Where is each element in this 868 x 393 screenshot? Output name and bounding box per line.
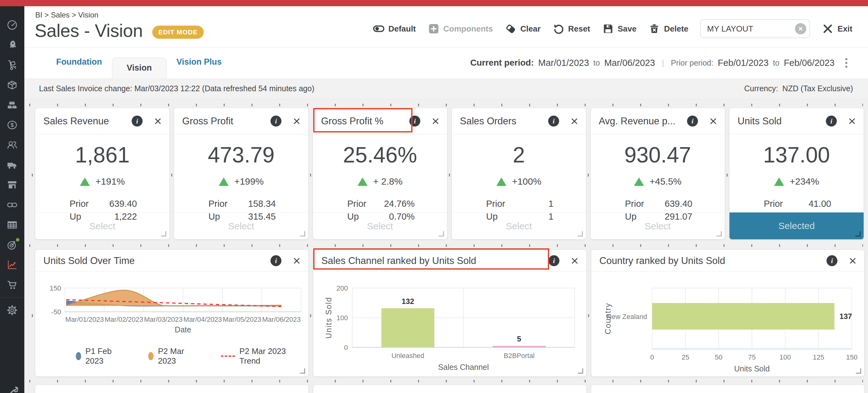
- sidebar-item-dashboard[interactable]: [0, 15, 24, 35]
- kpi-delta: +234%: [790, 176, 819, 187]
- svg-text:100: 100: [779, 353, 791, 361]
- svg-text:Country: Country: [603, 303, 612, 335]
- select-button[interactable]: Select: [174, 213, 308, 239]
- default-toggle-button[interactable]: Default: [373, 23, 416, 35]
- close-icon[interactable]: [293, 257, 301, 265]
- sidebar-item-ecommerce[interactable]: [0, 275, 24, 295]
- sidebar-item-production[interactable]: [0, 95, 24, 115]
- sidebar-item-integrations[interactable]: [0, 195, 24, 215]
- sidebar-item-sales[interactable]: $: [0, 115, 24, 135]
- kpi-delta: +199%: [234, 176, 264, 187]
- close-icon[interactable]: [709, 117, 717, 125]
- sidebar-item-purchases[interactable]: [0, 55, 24, 75]
- svg-text:Unleashed: Unleashed: [392, 352, 424, 360]
- sidebar-item-getting-started[interactable]: [0, 35, 24, 55]
- sidebar-item-shipping[interactable]: [0, 155, 24, 175]
- close-icon[interactable]: [154, 117, 162, 125]
- tab-vision[interactable]: Vision: [112, 57, 166, 78]
- svg-text:Mar/05/2023: Mar/05/2023: [223, 315, 261, 323]
- delete-button[interactable]: Delete: [648, 23, 688, 35]
- save-floppy-icon: [602, 23, 614, 35]
- resize-handle[interactable]: [855, 231, 861, 236]
- chart-title: Sales Channel ranked by Units Sold: [321, 255, 549, 266]
- components-button[interactable]: Components: [428, 23, 493, 35]
- sidebar-item-reports[interactable]: [0, 215, 24, 235]
- svg-text:$: $: [10, 122, 14, 128]
- sidebar-item-store[interactable]: [0, 175, 24, 195]
- breadcrumb[interactable]: BI > Sales > Vision: [35, 10, 98, 19]
- resize-handle[interactable]: [439, 231, 444, 236]
- exit-button[interactable]: Exit: [822, 23, 852, 35]
- resize-handle[interactable]: [856, 368, 861, 374]
- resize-handle[interactable]: [716, 231, 722, 236]
- kpi-delta: + 2.8%: [373, 176, 402, 187]
- save-button[interactable]: Save: [602, 23, 637, 35]
- close-icon[interactable]: [849, 257, 857, 265]
- clear-button[interactable]: Clear: [505, 23, 541, 35]
- info-icon[interactable]: i: [549, 255, 559, 266]
- sidebar-item-bi-vision[interactable]: [0, 255, 24, 275]
- sidebar-item-settings[interactable]: [0, 300, 24, 320]
- prior-row: Prior639.40: [591, 197, 725, 210]
- info-icon[interactable]: i: [271, 255, 281, 266]
- info-icon[interactable]: i: [548, 116, 559, 127]
- legend-item-trend[interactable]: P2 Mar 2023 Trend: [221, 346, 308, 366]
- info-band: Last Sales Invoice change: Mar/03/2023 1…: [24, 78, 868, 99]
- svg-text:50: 50: [715, 353, 722, 361]
- select-button[interactable]: Select: [591, 213, 725, 239]
- select-button[interactable]: Select: [35, 213, 169, 239]
- info-icon[interactable]: i: [827, 255, 837, 266]
- svg-text:100: 100: [336, 314, 348, 322]
- legend-item[interactable]: P1 Feb 2023: [76, 346, 131, 366]
- svg-text:150: 150: [846, 353, 858, 361]
- current-period-from[interactable]: Mar/01/2023: [538, 58, 589, 68]
- close-icon[interactable]: [848, 117, 856, 125]
- grid-dots: [29, 244, 863, 247]
- svg-text:-50: -50: [51, 308, 61, 316]
- svg-text:200: 200: [336, 284, 348, 292]
- reset-button[interactable]: Reset: [553, 23, 590, 35]
- sidebar-item-inventory[interactable]: [0, 75, 24, 95]
- current-period-to[interactable]: Mar/06/2023: [604, 58, 655, 68]
- up-triangle-icon: [774, 177, 784, 186]
- sidebar-item-customers[interactable]: [0, 135, 24, 155]
- tab-vision-plus[interactable]: Vision Plus: [177, 57, 222, 67]
- kpi-card: Gross Profit % i 25.46% + 2.8% Prior24.7…: [313, 108, 447, 239]
- trash-icon: [648, 23, 660, 35]
- close-icon[interactable]: [432, 117, 440, 125]
- period-selector: Current period: Mar/01/2023 to Mar/06/20…: [470, 48, 847, 78]
- currency-text: Currency: NZD (Tax Exclusive): [744, 84, 853, 93]
- select-button[interactable]: Selected: [730, 213, 864, 239]
- resize-handle[interactable]: [578, 368, 583, 374]
- sidebar-item-tools[interactable]: [0, 381, 24, 393]
- resize-handle[interactable]: [300, 368, 305, 374]
- resize-handle[interactable]: [161, 231, 166, 236]
- prior-row: Prior41.00: [730, 197, 864, 210]
- info-icon[interactable]: i: [132, 116, 143, 127]
- close-icon[interactable]: [571, 257, 579, 265]
- resize-handle[interactable]: [300, 231, 305, 236]
- tab-foundation[interactable]: Foundation: [56, 57, 102, 67]
- period-menu-kebab-icon[interactable]: [845, 58, 847, 68]
- layout-name-input[interactable]: [700, 19, 810, 38]
- partial-next-row-card: [313, 385, 586, 393]
- resize-handle[interactable]: [578, 231, 583, 236]
- svg-text:New Zealand: New Zealand: [607, 313, 647, 320]
- info-icon[interactable]: i: [271, 116, 281, 127]
- legend-item[interactable]: P2 Mar 2023: [148, 346, 204, 366]
- close-icon[interactable]: [570, 117, 579, 125]
- info-icon[interactable]: i: [409, 116, 420, 127]
- gear-icon: [6, 304, 18, 316]
- kpi-card-title: Units Sold: [738, 116, 826, 127]
- info-icon[interactable]: i: [687, 116, 698, 127]
- up-triangle-icon: [496, 177, 506, 186]
- close-icon[interactable]: [293, 117, 301, 125]
- svg-text:75: 75: [748, 353, 756, 361]
- select-button[interactable]: Select: [313, 213, 447, 239]
- select-button[interactable]: Select: [452, 213, 586, 239]
- sidebar-item-goals[interactable]: [0, 235, 24, 255]
- info-icon[interactable]: i: [826, 116, 837, 127]
- kpi-card-title: Sales Revenue: [43, 116, 132, 127]
- svg-text:0: 0: [344, 344, 348, 352]
- sidebar: $: [0, 6, 24, 393]
